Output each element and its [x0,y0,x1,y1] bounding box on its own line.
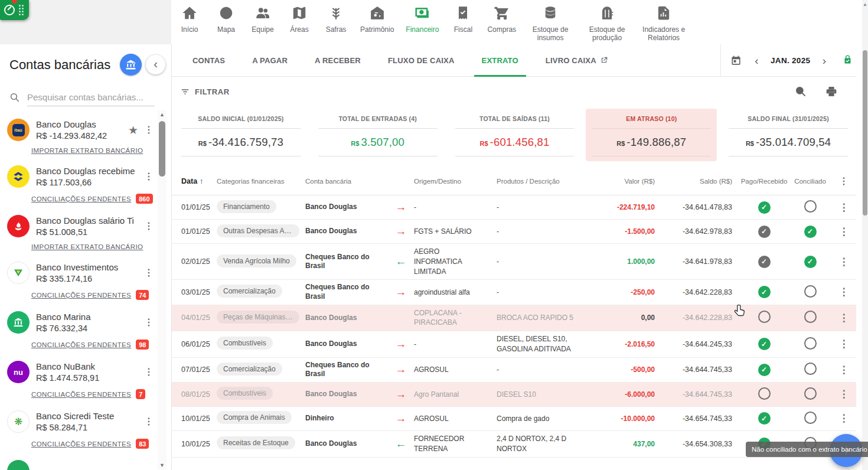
nav-item-safras[interactable]: Safras [318,5,354,34]
column-header-saldo[interactable]: Saldo (R$) [660,178,739,185]
print-button[interactable] [825,86,837,99]
account-action-link[interactable]: CONCILIAÇÕES PENDENTES [31,195,131,203]
account-action-link[interactable]: CONCILIAÇÕES PENDENTES [31,391,131,398]
tab-extrato[interactable]: EXTRATO [468,44,532,76]
paid-status-icon[interactable]: ✓ [758,201,771,214]
transaction-row[interactable]: 01/01/25 Outras Despesas Ad... Banco Dou… [172,220,856,244]
transaction-row[interactable]: 01/01/25 Financiamento Banco Douglas → -… [172,195,856,220]
kebab-menu-icon[interactable]: ⋮ [144,125,154,135]
nav-item-mapa[interactable]: Mapa [208,5,244,34]
table-menu-icon[interactable]: ⋮ [831,177,856,186]
row-menu-icon[interactable]: ⋮ [839,286,849,298]
scroll-up-arrow-icon[interactable]: ▲ [862,2,868,7]
paid-status-icon[interactable] [758,311,771,323]
page-scrollbar[interactable]: ▲ [862,0,868,470]
sidebar-scrollbar[interactable]: ▲ ▼ [158,110,167,469]
nav-item-compras[interactable]: Compras [481,5,522,34]
kebab-menu-icon[interactable]: ⋮ [144,221,154,231]
period-label[interactable]: JAN. 2025 [763,56,818,65]
bank-account-item-item[interactable]: ⋮ [0,454,158,470]
row-menu-icon[interactable]: ⋮ [839,389,849,400]
nav-item-equipe[interactable]: Equipe [244,5,281,34]
transaction-row[interactable]: 10/01/25 Compra de Animais Dinheiro → AG… [172,407,856,431]
transaction-row[interactable]: 03/01/25 Comercialização Cheques Banco d… [172,280,856,305]
tab-contas[interactable]: CONTAS [179,44,239,76]
column-header-conta[interactable]: Conta bancária [305,178,388,185]
bank-account-item-banco-douglas[interactable]: Itaú Banco Douglas R$ -14.293.482,42 ★ ⋮… [0,113,158,159]
filter-button[interactable]: FILTRAR [180,87,230,97]
column-header-valor[interactable]: Valor (R$) [591,178,660,185]
reconciled-status-icon[interactable]: ✓ [804,256,817,268]
transaction-row[interactable]: 02/01/25 Venda Agrícola Milho Cheques Ba… [172,244,856,280]
paid-status-icon[interactable]: ✓ [758,256,771,268]
column-header-produtos[interactable]: Produtos / Descrição [497,178,591,185]
nav-item-patrimonio[interactable]: Patrimônio [354,5,400,34]
add-bank-account-button[interactable] [120,54,142,76]
row-menu-icon[interactable]: ⋮ [839,338,849,350]
paid-status-icon[interactable]: ✓ [758,338,771,350]
tab-fluxo-de-caixa[interactable]: FLUXO DE CAIXA [374,44,468,76]
nav-item-indicadores-e-relatorios[interactable]: Indicadores e Relatórios [635,5,692,43]
column-header-conciliado[interactable]: Conciliado [789,178,831,185]
kebab-menu-icon[interactable]: ⋮ [144,417,154,426]
calendar-button[interactable] [730,55,742,66]
page-scrollbar-thumb[interactable] [863,50,867,216]
row-menu-icon[interactable]: ⋮ [839,202,849,213]
tab-a-pagar[interactable]: A PAGAR [239,44,301,76]
nav-item-areas[interactable]: Áreas [281,5,318,34]
row-menu-icon[interactable]: ⋮ [839,413,849,424]
reconciliation-lock-icon[interactable] [843,54,853,67]
account-action-link[interactable]: CONCILIAÇÕES PENDENTES [31,440,131,448]
paid-status-icon[interactable]: ✓ [758,412,771,425]
row-menu-icon[interactable]: ⋮ [839,312,849,324]
previous-month-button[interactable]: ‹ [750,54,763,67]
scroll-down-arrow-icon[interactable]: ▼ [158,462,167,468]
column-header-origem[interactable]: Origem/Destino [414,178,497,185]
tab-a-receber[interactable]: A RECEBER [301,44,374,76]
kebab-menu-icon[interactable]: ⋮ [144,172,154,181]
reconciled-status-icon[interactable] [804,363,817,375]
search-transactions-button[interactable] [795,86,807,99]
account-action-link[interactable]: CONCILIAÇÕES PENDENTES [31,292,131,299]
nav-item-financeiro[interactable]: Financeiro [400,5,445,34]
drag-handle-icon[interactable] [19,5,24,15]
paid-status-icon[interactable]: ✓ [758,226,771,238]
kebab-menu-icon[interactable]: ⋮ [144,268,154,278]
transaction-row[interactable]: 07/01/25 Comercialização Cheques Banco d… [172,358,856,383]
paid-status-icon[interactable]: ✓ [758,286,771,298]
bank-account-item-banco-douglas-recebime[interactable]: Banco Douglas recebime... R$ 117.503,66 … [0,159,158,209]
collapse-sidebar-button[interactable]: ‹ [146,55,165,74]
nav-item-inicio[interactable]: Início [171,5,208,34]
bank-account-item-banco-douglas-salario-ti[interactable]: Banco Douglas salário Ti... R$ 51.008,51… [0,209,158,256]
reconciled-status-icon[interactable] [804,387,817,400]
transaction-row[interactable]: 04/01/25 Peças de Máquinas e ... Banco D… [172,305,856,332]
column-header-data[interactable]: Data↑ [172,177,217,185]
reconciled-status-icon[interactable]: ✓ [804,226,817,238]
sidebar-scrollbar-thumb[interactable] [159,121,165,177]
next-month-button[interactable]: › [818,54,831,67]
row-menu-icon[interactable]: ⋮ [839,226,849,237]
account-action-link[interactable]: IMPORTAR EXTRATO BANCÁRIO [31,147,143,154]
transaction-row[interactable]: 08/01/25 Combustíveis Banco Douglas → Ag… [172,383,856,407]
paid-status-icon[interactable] [758,387,771,400]
reconciled-status-icon[interactable] [804,337,817,350]
kebab-menu-icon[interactable]: ⋮ [144,318,154,327]
search-accounts-input[interactable] [27,90,155,106]
row-menu-icon[interactable]: ⋮ [839,364,849,376]
nav-item-fiscal[interactable]: Fiscal [445,5,481,34]
extension-widget[interactable] [0,0,29,20]
reconciled-status-icon[interactable] [804,311,817,323]
bank-account-item-banco-nubank[interactable]: nu Banco NuBank R$ 1.474.578,91 ⋮ CONCIL… [0,355,158,404]
column-header-categorias[interactable]: Categorias financeiras [217,178,305,185]
kebab-menu-icon[interactable]: ⋮ [144,367,154,377]
paid-status-icon[interactable]: ✓ [758,364,771,376]
reconciled-status-icon[interactable] [804,285,817,298]
nav-item-estoque-de-insumos[interactable]: Estoque de insumos [522,5,579,43]
transaction-row[interactable]: 06/01/25 Combustíveis Banco Douglas → - … [172,331,856,358]
star-icon[interactable]: ★ [128,123,138,137]
reconciled-status-icon[interactable] [804,200,817,213]
scroll-up-arrow-icon[interactable]: ▲ [158,112,167,117]
bank-account-item-banco-marina[interactable]: Banco Marina R$ 76.332,34 ⋮ CONCILIAÇÕES… [0,305,158,355]
account-action-link[interactable]: CONCILIAÇÕES PENDENTES [31,341,131,348]
row-menu-icon[interactable]: ⋮ [839,256,849,267]
